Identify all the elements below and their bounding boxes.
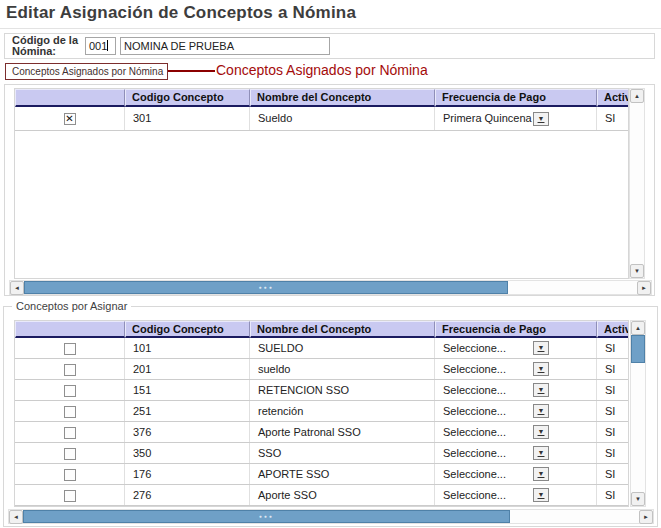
nombre-cell: retención [250, 401, 435, 421]
nombre-cell: APORTE SSO [250, 464, 435, 484]
select-cell [15, 401, 125, 421]
frecuencia-combobox[interactable]: Seleccione...▼ [443, 443, 549, 463]
right-arrow-icon: ► [643, 514, 649, 520]
dropdown-arrow-icon[interactable]: ▼ [533, 425, 549, 439]
horizontal-scrollbar[interactable]: ◄ ●●● ► [8, 509, 654, 524]
scroll-down-button[interactable]: ▼ [631, 492, 645, 506]
frecuencia-combobox[interactable]: Seleccione...▼ [443, 422, 549, 442]
vertical-scrollbar[interactable]: ▲ ▼ [630, 320, 646, 507]
header-frecuencia: Frecuencia de Pago [435, 89, 597, 107]
combobox-value: Seleccione... [443, 443, 506, 463]
dropdown-arrow-icon[interactable]: ▼ [533, 362, 549, 376]
table-row: 201sueldoSeleccione...▼SI [15, 359, 628, 380]
nombre-cell: Aporte Patronal SSO [250, 422, 435, 442]
nombre-cell: SUELDO [250, 338, 435, 358]
row-checkbox[interactable] [64, 469, 76, 481]
row-checkbox[interactable] [64, 406, 76, 418]
row-checkbox[interactable] [64, 364, 76, 376]
codigo-cell: 376 [125, 422, 250, 442]
scroll-left-button[interactable]: ◄ [10, 281, 24, 295]
codigo-cell: 151 [125, 380, 250, 400]
activo-cell: SI [597, 485, 628, 505]
codigo-cell: 176 [125, 464, 250, 484]
scroll-track[interactable] [631, 335, 645, 492]
grid-header-row: Codigo Concepto Nombre del Concepto Frec… [15, 89, 628, 107]
scroll-down-button[interactable]: ▼ [630, 264, 644, 278]
dropdown-arrow-icon[interactable]: ▼ [533, 383, 549, 397]
frecuencia-combobox[interactable]: Seleccione...▼ [443, 380, 549, 400]
horizontal-scrollbar[interactable]: ◄ ●●● ► [9, 280, 652, 295]
dropdown-arrow-icon[interactable]: ▼ [533, 446, 549, 460]
dropdown-arrow-icon[interactable]: ▼ [533, 467, 549, 481]
frecuencia-combobox[interactable]: Seleccione...▼ [443, 485, 549, 505]
frecuencia-combobox[interactable]: Primera Quincena▼ [443, 107, 549, 130]
scroll-track[interactable] [630, 103, 644, 264]
callout-text: Conceptos Asignados por Nómina [216, 62, 428, 78]
unassigned-concepts-grid: Codigo Concepto Nombre del Concepto Frec… [14, 320, 629, 507]
row-checkbox[interactable] [64, 385, 76, 397]
thumb-grip-icon: ●●● [259, 285, 274, 290]
dropdown-arrow-icon[interactable]: ▼ [533, 404, 549, 418]
frecuencia-cell: Seleccione...▼ [435, 422, 597, 442]
table-row: 376Aporte Patronal SSOSeleccione...▼SI [15, 422, 628, 443]
scroll-up-button[interactable]: ▲ [631, 321, 645, 335]
frecuencia-combobox[interactable]: Seleccione...▼ [443, 401, 549, 421]
scroll-right-button[interactable]: ► [639, 510, 653, 524]
select-cell [15, 338, 125, 358]
codigo-cell: 251 [125, 401, 250, 421]
scroll-track[interactable]: ●●● [23, 510, 639, 523]
frecuencia-combobox[interactable]: Seleccione...▼ [443, 338, 549, 358]
select-cell [15, 464, 125, 484]
vertical-scrollbar[interactable]: ▲ ▼ [629, 88, 645, 279]
up-arrow-icon: ▲ [634, 93, 640, 99]
title-divider [0, 28, 661, 29]
frecuencia-cell: Seleccione...▼ [435, 338, 597, 358]
scroll-up-button[interactable]: ▲ [630, 89, 644, 103]
dropdown-arrow-icon[interactable]: ▼ [533, 341, 549, 355]
frecuencia-combobox[interactable]: Seleccione...▼ [443, 359, 549, 379]
row-checkbox[interactable] [64, 427, 76, 439]
select-cell [15, 359, 125, 379]
header-select [15, 321, 125, 338]
unassigned-rows: 101SUELDOSeleccione...▼SI201sueldoSelecc… [15, 338, 628, 506]
scroll-thumb[interactable]: ●●● [23, 510, 510, 523]
scroll-track[interactable]: ●●● [24, 281, 637, 294]
payroll-code-input[interactable]: 001 [85, 37, 116, 55]
activo-cell: SI [597, 443, 628, 463]
nombre-cell: SSO [250, 443, 435, 463]
codigo-cell: 276 [125, 485, 250, 505]
codigo-cell: 201 [125, 359, 250, 379]
activo-cell: SI [597, 401, 628, 421]
header-codigo: Codigo Concepto [125, 89, 250, 107]
select-cell [15, 485, 125, 505]
select-cell [15, 422, 125, 442]
tab-conceptos-asignados[interactable]: Conceptos Asignados por Nómina [5, 63, 168, 80]
page-title: Editar Asignación de Conceptos a Nómina [6, 3, 356, 23]
combobox-value: Seleccione... [443, 422, 506, 442]
row-checkbox[interactable] [64, 490, 76, 502]
scroll-left-button[interactable]: ◄ [9, 510, 23, 524]
row-checkbox[interactable] [64, 448, 76, 460]
header-nombre: Nombre del Concepto [250, 89, 435, 107]
payroll-name-input[interactable]: NOMINA DE PRUEBA [120, 37, 330, 55]
row-checkbox-checked[interactable]: ✕ [64, 113, 76, 125]
table-row: 176APORTE SSOSeleccione...▼SI [15, 464, 628, 485]
combobox-value: Seleccione... [443, 380, 506, 400]
row-checkbox[interactable] [64, 343, 76, 355]
scroll-right-button[interactable]: ► [637, 281, 651, 295]
nombre-cell: Aporte SSO [250, 485, 435, 505]
dropdown-arrow-icon[interactable]: ▼ [533, 488, 549, 502]
assigned-concepts-panel: Codigo Concepto Nombre del Concepto Frec… [4, 84, 655, 296]
combobox-value: Seleccione... [443, 401, 506, 421]
table-row: 350SSOSeleccione...▼SI [15, 443, 628, 464]
dropdown-arrow-icon[interactable]: ▼ [533, 112, 549, 126]
codigo-cell: 350 [125, 443, 250, 463]
scroll-thumb[interactable] [631, 335, 645, 363]
frecuencia-combobox[interactable]: Seleccione...▼ [443, 464, 549, 484]
callout-connector-line [168, 70, 215, 72]
scroll-thumb[interactable]: ●●● [24, 281, 508, 294]
select-cell: ✕ [15, 107, 125, 130]
table-row: 101SUELDOSeleccione...▼SI [15, 338, 628, 359]
left-arrow-icon: ◄ [14, 285, 20, 291]
frecuencia-cell: Seleccione...▼ [435, 443, 597, 463]
